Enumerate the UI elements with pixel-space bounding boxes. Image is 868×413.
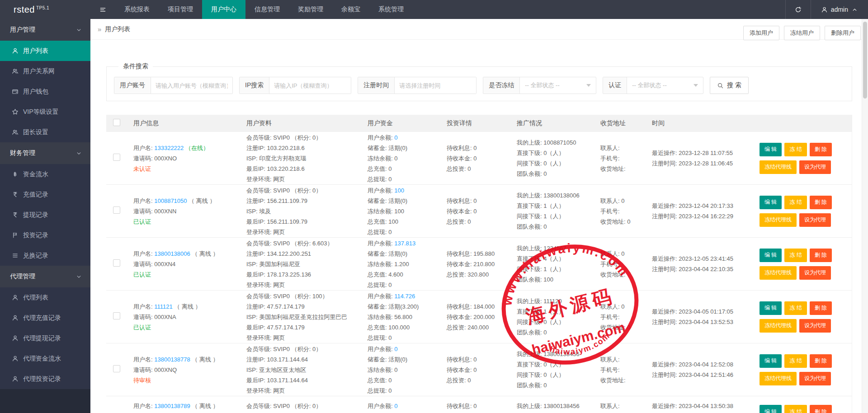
edit-button[interactable]: 编 辑 (760, 301, 782, 315)
edit-button[interactable]: 编 辑 (760, 354, 782, 368)
cell-address: 联系人:手机号:收货地址: (596, 143, 647, 174)
nav-item-2[interactable]: 用户中心 (202, 0, 245, 19)
delete-user-button[interactable]: 删除用户 (825, 26, 861, 40)
row-checkbox[interactable] (113, 206, 120, 214)
row-checkbox[interactable] (113, 259, 120, 267)
balance-link[interactable]: 0 (394, 403, 397, 409)
sidebar-item-2-3[interactable]: 代理资金流水 (0, 348, 90, 369)
scrollbar-thumb[interactable] (863, 22, 867, 99)
set-agent-button[interactable]: 设为代理 (799, 372, 831, 385)
sidebar-item-0-4[interactable]: 团长设置 (0, 122, 90, 142)
sidebar-item-0-0[interactable]: 用户列表 (0, 41, 90, 61)
freeze-button[interactable]: 冻 结 (784, 405, 807, 413)
sidebar-item-2-0[interactable]: 代理列表 (0, 287, 90, 308)
sidebar-item-0-3[interactable]: VIP等级设置 (0, 102, 90, 122)
nav-item-1[interactable]: 项目管理 (159, 0, 202, 19)
sidebar-item-2-1[interactable]: 代理充值记录 (0, 308, 90, 328)
freeze-agent-line-button[interactable]: 冻结代理线 (760, 160, 797, 174)
add-user-button[interactable]: 添加用户 (743, 26, 779, 40)
account-input[interactable] (151, 77, 232, 94)
sidebar-section-0[interactable]: 用户管理 (0, 19, 90, 41)
cell-promo-info: 我的上级: 111120直接下级: 1（人）间接下级: 0（人）团队余额: 0 (512, 296, 596, 338)
balance-line: 用户余额: 137.813 (368, 238, 442, 249)
delete-button[interactable]: 删 除 (810, 301, 832, 315)
nav-item-3[interactable]: 信息管理 (245, 0, 289, 19)
edit-button[interactable]: 编 辑 (760, 405, 782, 413)
username-link[interactable]: 1008871050 (154, 197, 187, 204)
sidebar-item-1-2[interactable]: 提现记录 (0, 205, 90, 225)
balance-link[interactable]: 100 (394, 187, 404, 194)
balance-link[interactable]: 0 (394, 134, 397, 141)
balance-link[interactable]: 137.813 (394, 240, 415, 247)
username-link[interactable]: 13800138778 (154, 356, 190, 363)
delete-button[interactable]: 删 除 (810, 196, 832, 209)
balance-link[interactable]: 114.726 (394, 293, 415, 300)
username-link[interactable]: 133322222 (154, 145, 184, 151)
row-checkbox[interactable] (113, 154, 120, 161)
edit-button[interactable]: 编 辑 (760, 249, 782, 262)
admin-menu[interactable]: admin (811, 0, 868, 19)
delete-button[interactable]: 删 除 (810, 249, 832, 262)
search-panel: 条件搜索 用户账号IP搜索注册时间是否冻结-- 全部状态 --认证-- 全部状态… (106, 62, 852, 101)
username-link[interactable]: 13800138789 (154, 403, 190, 409)
edit-button[interactable]: 编 辑 (760, 143, 782, 156)
freeze-button[interactable]: 冻 结 (784, 354, 807, 368)
sidebar-item-0-1[interactable]: 用户关系网 (0, 61, 90, 81)
table-row-2: 用户名: 13800138006 （ 离线 ）邀请码: 000XN4已认证会员等… (106, 238, 852, 291)
address-line: 联系人: (600, 143, 647, 153)
sidebar-item-0-2[interactable]: 用户钱包 (0, 81, 90, 102)
cell-user-funds: 用户余额: 0储蓄金: 活期(0)冻结余额: 0总充值: 0总提现: 0 (363, 344, 442, 396)
sidebar-item-1-3[interactable]: 投资记录 (0, 225, 90, 245)
freeze-button[interactable]: 冻 结 (784, 196, 807, 209)
set-agent-button[interactable]: 设为代理 (799, 160, 831, 174)
cell-user-info: 用户名: 13800138778 （ 离线 ）邀请码: 000XNQ待审核 (129, 354, 242, 385)
freeze-button[interactable]: 冻 结 (784, 249, 807, 262)
cell-user-funds: 用户余额: 0储蓄金: 活期(0)冻结余额: 0总充值: 0总提现: 0 (363, 132, 442, 184)
auth-status-select[interactable]: -- 全部状态 -- (627, 77, 703, 94)
username-link[interactable]: 111121 (154, 303, 173, 310)
refresh-button[interactable] (786, 0, 811, 19)
cell-time: 最近操作: 2023-12-05 23:41:45注册时间: 2023-04-0… (647, 253, 759, 274)
reg-time-input[interactable] (395, 77, 476, 94)
username-link[interactable]: 13800138006 (154, 250, 190, 257)
delete-button[interactable]: 删 除 (810, 405, 832, 413)
nav-item-6[interactable]: 系统管理 (369, 0, 413, 19)
nav-item-5[interactable]: 余额宝 (332, 0, 369, 19)
set-agent-button[interactable]: 设为代理 (799, 213, 831, 227)
sidebar-item-2-2[interactable]: 代理提现记录 (0, 328, 90, 348)
baht-icon (12, 171, 19, 178)
select-all-checkbox[interactable] (113, 119, 120, 126)
sidebar-item-1-0[interactable]: 资金流水 (0, 164, 90, 184)
sidebar-item-2-4[interactable]: 代理投资记录 (0, 369, 90, 389)
delete-button[interactable]: 删 除 (810, 143, 832, 156)
row-checkbox[interactable] (113, 365, 120, 372)
scrollbar[interactable] (862, 19, 868, 413)
freeze-agent-line-button[interactable]: 冻结代理线 (760, 266, 797, 280)
set-agent-button[interactable]: 设为代理 (799, 266, 831, 280)
sidebar-section-1[interactable]: 财务管理 (0, 142, 90, 164)
sidebar-section-2[interactable]: 代理管理 (0, 266, 90, 287)
freeze-agent-line-button[interactable]: 冻结代理线 (760, 213, 797, 227)
sidebar-item-1-4[interactable]: 兑换记录 (0, 245, 90, 266)
ip-input[interactable] (269, 77, 351, 94)
select-value: -- 全部状态 -- (525, 81, 560, 89)
delete-button[interactable]: 删 除 (810, 354, 832, 368)
freeze-button[interactable]: 冻 结 (784, 301, 807, 315)
invest-line: 总投资: 320.800 (447, 269, 512, 280)
sidebar-item-1-1[interactable]: 充值记录 (0, 184, 90, 205)
freeze-status-select[interactable]: -- 全部状态 -- (520, 77, 596, 94)
funds-line: 总充值: 0 (368, 164, 442, 174)
nav-item-0[interactable]: 系统报表 (115, 0, 159, 19)
set-agent-button[interactable]: 设为代理 (799, 319, 831, 333)
freeze-agent-line-button[interactable]: 冻结代理线 (760, 372, 797, 385)
balance-link[interactable]: 0 (394, 346, 397, 352)
freeze-button[interactable]: 冻 结 (784, 143, 807, 156)
nav-item-4[interactable]: 奖励管理 (289, 0, 332, 19)
funds-line: 总提现: 0 (368, 333, 442, 343)
edit-button[interactable]: 编 辑 (760, 196, 782, 209)
freeze-user-button[interactable]: 冻结用户 (784, 26, 820, 40)
freeze-agent-line-button[interactable]: 冻结代理线 (760, 319, 797, 333)
collapse-menu-button[interactable] (90, 0, 115, 19)
row-checkbox[interactable] (113, 312, 120, 319)
search-button[interactable]: 搜 索 (710, 77, 749, 94)
